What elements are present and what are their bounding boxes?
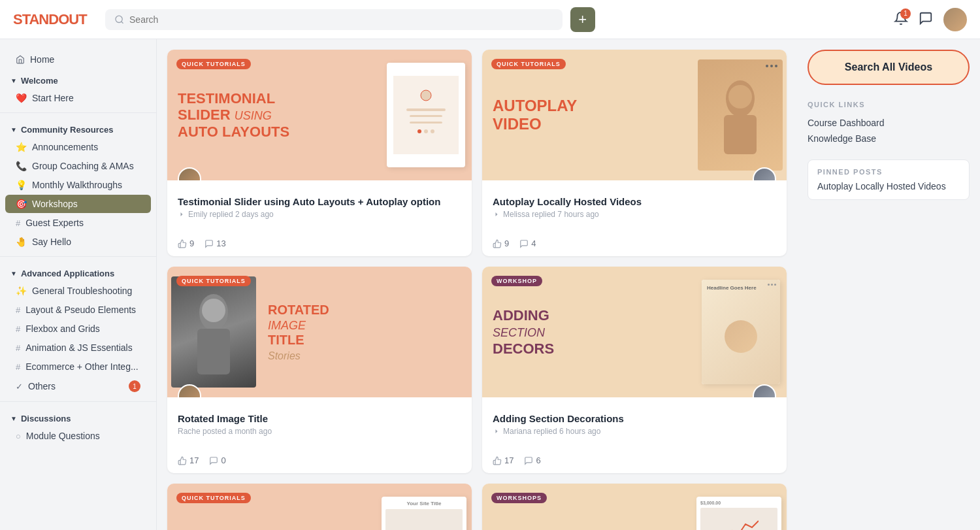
- star-icon: ⭐: [16, 142, 27, 152]
- card-body-1: Testimonial Slider using Auto Layouts + …: [167, 180, 472, 233]
- pinned-posts-box: PINNED POSTS Autoplay Locally Hosted Vid…: [808, 159, 970, 200]
- card-thumb-5: AUTOSLIDESHOW Your Site Title The way yo…: [167, 484, 472, 530]
- arrow-icon-2: ▼: [10, 126, 17, 133]
- divider-2: [0, 256, 156, 257]
- sidebar-item-group-coaching[interactable]: 📞 Group Coaching & AMAs: [5, 157, 151, 175]
- advanced-section-label: Advanced Applications: [21, 269, 114, 278]
- hash-icon-5: #: [16, 362, 20, 372]
- right-panel: Search All Videos QUICK LINKS Course Das…: [797, 39, 980, 530]
- card-testimonial-slider[interactable]: TESTIMONIALSLIDER usingAUTO LAYOUTS: [167, 50, 472, 256]
- search-icon: [114, 14, 124, 25]
- search-all-button[interactable]: Search All Videos: [808, 50, 970, 85]
- card-svg-wrap-5: AUTOSLIDESHOW Your Site Title The way yo…: [167, 484, 472, 530]
- animation-label: Animation & JS Essentials: [25, 342, 132, 353]
- sidebar-item-flexbox[interactable]: # Flexbox and Grids: [5, 320, 151, 338]
- card-likes-4: 17: [493, 455, 514, 465]
- pinned-post-autoplay[interactable]: Autoplay Locally Hosted Videos: [817, 181, 960, 191]
- sidebar-item-start-here[interactable]: ❤️ Start Here: [5, 89, 151, 107]
- card-autoplay-video[interactable]: AUTOPLAYVIDEO: [482, 50, 787, 256]
- card-meta-1: Emily replied 2 days ago: [178, 210, 461, 219]
- sidebar-item-guest-experts[interactable]: # Guest Experts: [5, 214, 151, 232]
- card-comments-4: 6: [524, 455, 540, 465]
- sparkle-icon: ✨: [16, 286, 27, 296]
- quick-link-course-dashboard[interactable]: Course Dashboard: [808, 115, 970, 131]
- top-header: STANDOUT + 1: [0, 0, 980, 39]
- sidebar-item-module-questions[interactable]: ○ Module Questions: [5, 427, 151, 445]
- quick-links-title: QUICK LINKS: [808, 101, 970, 108]
- card-title-4: Adding Section Decorations: [493, 413, 776, 424]
- flexbox-label: Flexbox and Grids: [25, 323, 100, 334]
- card-likes-2: 9: [493, 239, 509, 248]
- comment-count-1: 13: [216, 239, 225, 248]
- card-title-3: Rotated Image Title: [178, 413, 461, 424]
- card-title-2: Autoplay Locally Hosted Videos: [493, 196, 776, 207]
- target-icon: 🎯: [16, 199, 27, 209]
- hand-icon: 🤚: [16, 237, 27, 247]
- card-meta-4: Mariana replied 6 hours ago: [493, 427, 776, 436]
- welcome-section-label: Welcome: [21, 76, 58, 86]
- card-body-4: Adding Section Decorations Mariana repli…: [482, 397, 787, 450]
- card-meta-3: Rache posted a month ago: [178, 427, 461, 436]
- comment-count-3: 0: [221, 455, 225, 465]
- sidebar-item-ecommerce[interactable]: # Ecommerce + Other Integ...: [5, 357, 151, 376]
- card-footer-2: 9 4: [482, 233, 787, 256]
- svg-point-9: [431, 129, 434, 133]
- sidebar-item-say-hello[interactable]: 🤚 Say Hello: [5, 233, 151, 251]
- search-bar[interactable]: [105, 9, 563, 30]
- card-footer-3: 17 0: [167, 450, 472, 473]
- card-badge-1: QUICK TUTORIALS: [176, 59, 251, 69]
- logo: STANDOUT: [13, 11, 87, 28]
- announcements-label: Announcements: [32, 142, 98, 152]
- sidebar-section-discussions[interactable]: ▼ Discussions: [0, 407, 156, 426]
- like-count-2: 9: [504, 239, 509, 248]
- community-section-label: Community Resources: [21, 125, 114, 135]
- svg-rect-11: [724, 115, 757, 154]
- add-button[interactable]: +: [570, 7, 595, 32]
- start-here-label: Start Here: [32, 93, 74, 103]
- like-count-1: 9: [189, 239, 194, 248]
- card-comments-3: 0: [209, 455, 225, 465]
- card-section-decorations[interactable]: ADDINGsectionDECORS Headline Goes Here: [482, 267, 787, 473]
- user-avatar[interactable]: [943, 8, 967, 31]
- search-input[interactable]: [129, 14, 553, 25]
- card-footer-1: 9 13: [167, 233, 472, 256]
- hash-icon-3: #: [16, 324, 20, 334]
- card-stripe[interactable]: STRIPE $3,000.00: [482, 484, 787, 530]
- card-badge-4: WORKSHOP: [491, 276, 542, 286]
- sidebar-section-community[interactable]: ▼ Community Resources: [0, 118, 156, 137]
- card-footer-4: 17 6: [482, 450, 787, 473]
- card-auto-slideshow[interactable]: AUTOSLIDESHOW Your Site Title The way yo…: [167, 484, 472, 530]
- card-comments-1: 13: [204, 239, 225, 248]
- card-comments-2: 4: [519, 239, 536, 248]
- card-svg-wrap-3: ROTATEDimageTITLE Stories: [167, 267, 472, 397]
- sidebar-item-layout[interactable]: # Layout & Pseudo Elements: [5, 301, 151, 319]
- layout-label: Layout & Pseudo Elements: [25, 305, 136, 315]
- svg-point-8: [424, 129, 428, 133]
- arrow-icon: ▼: [10, 77, 17, 84]
- sidebar-item-others[interactable]: ✓ Others 1: [5, 376, 151, 396]
- card-thumb-3: ROTATEDimageTITLE Stories QUICK TUTORIAL…: [167, 267, 472, 397]
- card-badge-3: QUICK TUTORIALS: [176, 276, 251, 286]
- card-thumb-2: AUTOPLAYVIDEO: [482, 50, 787, 180]
- sidebar-section-advanced[interactable]: ▼ Advanced Applications: [0, 262, 156, 281]
- sidebar-item-walkthroughs[interactable]: 💡 Monthly Walkthroughs: [5, 176, 151, 194]
- troubleshooting-label: General Troubleshooting: [32, 286, 132, 296]
- card-rotated-image[interactable]: ROTATEDimageTITLE Stories QUICK TUTORIAL…: [167, 267, 472, 473]
- walkthroughs-label: Monthly Walkthroughs: [32, 180, 122, 190]
- card-svg-wrap-1: TESTIMONIALSLIDER usingAUTO LAYOUTS: [167, 50, 472, 180]
- home-label: Home: [30, 54, 54, 65]
- sidebar-item-announcements[interactable]: ⭐ Announcements: [5, 138, 151, 156]
- card-likes-3: 17: [178, 455, 199, 465]
- guest-experts-label: Guest Experts: [25, 218, 84, 228]
- sidebar-item-workshops[interactable]: 🎯 Workshops: [5, 195, 151, 213]
- quick-link-knowledge-base[interactable]: Knowledge Base: [808, 131, 970, 146]
- sidebar-section-welcome[interactable]: ▼ Welcome: [0, 69, 156, 88]
- like-count-4: 17: [504, 455, 514, 465]
- sidebar-item-home[interactable]: Home: [5, 50, 151, 69]
- svg-rect-6: [410, 122, 442, 124]
- chat-icon[interactable]: [919, 11, 933, 28]
- sidebar-item-troubleshooting[interactable]: ✨ General Troubleshooting: [5, 282, 151, 300]
- sidebar-item-animation[interactable]: # Animation & JS Essentials: [5, 339, 151, 357]
- notification-bell[interactable]: 1: [894, 11, 908, 28]
- sidebar: Home ▼ Welcome ❤️ Start Here ▼ Community…: [0, 39, 157, 530]
